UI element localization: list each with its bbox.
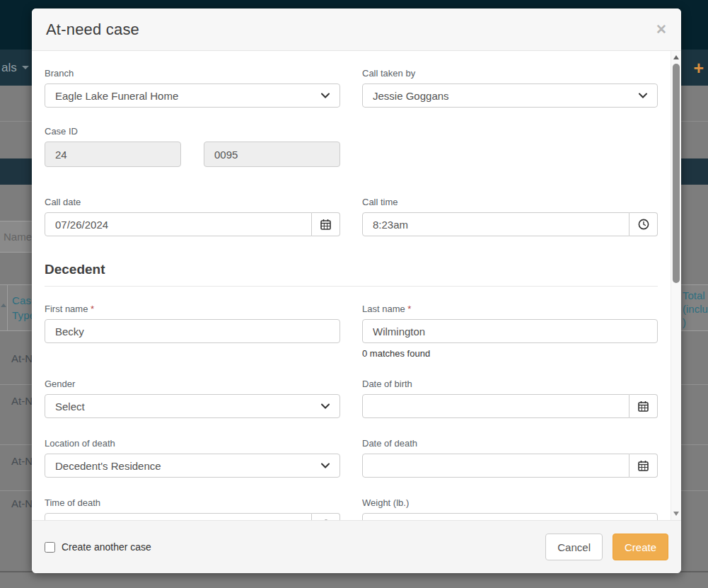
- sort-asc-icon: [1, 304, 6, 307]
- first-name-label-text: First name: [45, 304, 88, 314]
- divider: [7, 285, 8, 330]
- last-name-input[interactable]: [362, 319, 658, 343]
- modal-body: Branch Eagle Lake Funeral Home Call take…: [32, 51, 681, 520]
- create-another-case-label: Create another case: [62, 541, 151, 553]
- weight-label: Weight (lb.): [362, 497, 658, 508]
- at-need-case-modal: At-need case ✕ Branch Eagle Lake Funeral…: [32, 8, 681, 573]
- create-button[interactable]: Create: [613, 534, 668, 560]
- weight-input[interactable]: [362, 513, 658, 520]
- add-case-button[interactable]: +: [693, 58, 704, 79]
- scroll-up-arrow-icon[interactable]: [673, 55, 679, 59]
- create-another-case-checkbox[interactable]: [45, 542, 55, 553]
- call-taken-by-select-value: Jessie Goggans: [373, 90, 639, 102]
- location-of-death-select-value: Decedent's Residence: [55, 460, 321, 472]
- chevron-down-icon: [321, 403, 330, 409]
- call-time-input[interactable]: [362, 212, 629, 236]
- time-of-death-label: Time of death: [45, 497, 340, 508]
- date-of-birth-input[interactable]: [362, 394, 629, 418]
- location-of-death-label: Location of death: [45, 438, 340, 449]
- calendar-icon[interactable]: [629, 394, 658, 418]
- last-name-label: Last name *: [362, 304, 658, 314]
- scrollbar-thumb[interactable]: [673, 64, 680, 283]
- case-id-label: Case ID: [45, 126, 658, 137]
- call-date-input[interactable]: [45, 212, 312, 236]
- clock-icon[interactable]: [312, 513, 340, 520]
- calendar-icon[interactable]: [629, 454, 658, 478]
- first-name-label: First name *: [45, 304, 340, 314]
- call-taken-by-select[interactable]: Jessie Goggans: [362, 83, 658, 108]
- location-of-death-select[interactable]: Decedent's Residence: [45, 454, 340, 478]
- branch-select[interactable]: Eagle Lake Funeral Home: [45, 83, 340, 108]
- screen: als + Name Case Type Total (inclu ) At-N…: [0, 0, 708, 588]
- chevron-down-icon: [321, 463, 330, 468]
- last-name-label-text: Last name: [362, 304, 405, 314]
- first-name-input[interactable]: [45, 319, 340, 343]
- modal-header: At-need case ✕: [32, 8, 681, 51]
- create-another-case-option[interactable]: Create another case: [45, 541, 151, 553]
- cancel-button[interactable]: Cancel: [545, 534, 603, 560]
- time-of-death-input[interactable]: [45, 513, 312, 520]
- date-of-birth-label: Date of birth: [362, 379, 658, 389]
- funerals-dropdown-label: als: [1, 61, 17, 75]
- calendar-icon[interactable]: [312, 212, 340, 236]
- modal-scrollbar[interactable]: [671, 51, 681, 520]
- call-date-label: Call date: [45, 197, 340, 207]
- modal-title: At-need case: [46, 21, 139, 39]
- decedent-section-heading: Decedent: [45, 262, 658, 287]
- gender-select-value: Select: [55, 400, 321, 413]
- funerals-dropdown[interactable]: als: [1, 61, 29, 75]
- chevron-down-icon: [639, 93, 647, 98]
- gender-select[interactable]: Select: [45, 394, 340, 418]
- call-time-label: Call time: [362, 197, 658, 207]
- close-icon[interactable]: ✕: [656, 21, 667, 38]
- clock-icon[interactable]: [629, 212, 658, 236]
- case-id-prefix-field: [45, 142, 181, 167]
- branch-label: Branch: [45, 68, 340, 79]
- required-asterisk: *: [407, 304, 411, 314]
- gender-label: Gender: [45, 379, 340, 389]
- branch-select-value: Eagle Lake Funeral Home: [55, 90, 321, 102]
- modal-footer: Create another case Cancel Create: [32, 520, 681, 573]
- caret-down-icon: [22, 66, 29, 69]
- column-header-total[interactable]: Total (inclu ): [683, 289, 708, 329]
- call-taken-by-label: Call taken by: [362, 68, 658, 79]
- required-asterisk: *: [91, 304, 94, 314]
- matches-found-hint: 0 matches found: [362, 348, 658, 359]
- date-of-death-input[interactable]: [362, 454, 629, 478]
- case-id-number-field: [204, 142, 340, 167]
- scroll-down-arrow-icon[interactable]: [673, 512, 679, 516]
- date-of-death-label: Date of death: [362, 438, 658, 449]
- chevron-down-icon: [321, 93, 330, 98]
